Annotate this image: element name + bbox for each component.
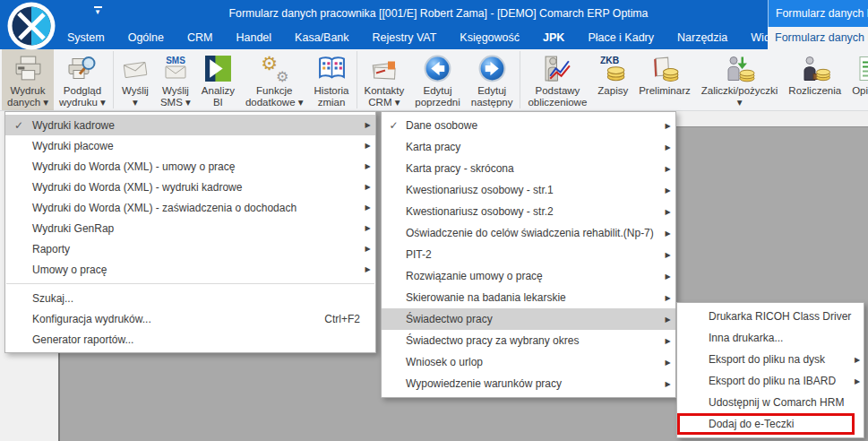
calculation-panel-icon (543, 52, 572, 85)
submenu-arrow-icon (660, 380, 675, 388)
ribbon-tab[interactable]: Księgowość (448, 27, 531, 49)
ribbon-tab[interactable]: System (56, 27, 116, 49)
submenu-arrow-icon (360, 245, 375, 253)
arrow-right-circle-icon (477, 52, 507, 85)
ribbon-tab[interactable]: Ogólne (116, 27, 176, 49)
toolbar-button-analizy-bi[interactable]: AnalizyBI (196, 49, 240, 110)
menu-item[interactable]: Dodaj do e-Teczki (677, 413, 855, 435)
svg-text:SMS: SMS (166, 56, 185, 65)
toolbar-button-edytuj-nastepny[interactable]: Edytujnastępny (466, 49, 519, 110)
menu-item[interactable]: Wydruki do Worda (XML) - zaświadczenia o… (5, 197, 375, 218)
ribbon-tab[interactable]: JPK (531, 27, 576, 49)
menu-item[interactable]: Eksport do pliku na IBARD (677, 370, 864, 392)
ribbon-tab[interactable]: Kasa/Bank (283, 27, 360, 49)
submenu-arrow-icon (660, 251, 675, 259)
ribbon-tab[interactable]: Płace i Kadry (576, 27, 666, 49)
menu-item[interactable]: Szukaj... (5, 288, 375, 308)
menu-item[interactable]: Eksport do pliku na dysk (677, 349, 864, 370)
ribbon-tab[interactable]: Narzędzia (666, 27, 739, 49)
menu-item[interactable]: Skierowanie na badania lekarskie (382, 287, 675, 308)
checkmark-icon (5, 119, 32, 132)
submenu-arrow-icon (660, 229, 675, 238)
submenu-arrow-icon (660, 122, 675, 130)
submenu-arrow-icon (660, 316, 675, 324)
menu-item[interactable]: Inna drukarka... (677, 327, 864, 349)
menu-item[interactable]: Udostępnij w Comarch HRM (677, 392, 864, 413)
window-title: Formularz danych pracownika [[001/E] Rob… (112, 0, 765, 27)
ribbon-tab[interactable]: Handel (224, 27, 283, 49)
submenu-arrow-icon (360, 162, 375, 170)
menu-item[interactable]: PIT-2 (382, 244, 675, 265)
submenu-arrow-icon (360, 224, 375, 232)
menu-item[interactable]: Rozwiązanie umowy o pracę (382, 265, 675, 287)
menu-item[interactable]: Oświadczenie do celów świadczenia rehabi… (382, 222, 675, 244)
menu-item[interactable]: Konfiguracja wydruków... Ctrl+F2 (5, 308, 375, 329)
ribbon-tab[interactable]: CRM (176, 27, 224, 49)
ribbon-tab-row: System Ogólne CRM Handel Kasa/Bank Rejes… (0, 27, 868, 49)
menu-item[interactable]: Karta pracy (382, 136, 675, 158)
toolbar-separator (113, 51, 114, 108)
menu-item[interactable]: Kwestionariusz osobowy - str.2 (382, 201, 675, 222)
toolbar-button-zapisy[interactable]: ZKB Zapisy (592, 49, 633, 110)
menu-item[interactable]: Wniosek o urlop (382, 351, 675, 373)
menu-item[interactable]: Wydruki do Worda (XML) - wydruki kadrowe (5, 177, 375, 197)
menu-item[interactable]: Świadectwo pracy za wybrany okres (382, 330, 675, 351)
menu-item[interactable]: Kwestionariusz osobowy - str.1 (382, 179, 675, 201)
toolbar-button-preliminarz[interactable]: Preliminarz (633, 49, 696, 110)
menu-item[interactable]: Umowy o pracę (5, 259, 375, 280)
menu-item[interactable]: Generator raportów... (5, 329, 375, 350)
title-bar: Formularz danych pracownika [[001/E] Rob… (0, 0, 868, 27)
toolbar-button-kontakty-crm[interactable]: KontaktyCRM ▾ (359, 49, 410, 110)
toolbar-button-opis-analityczny[interactable]: Opis an (847, 49, 868, 110)
menu-item[interactable]: Karta pracy - skrócona (382, 158, 675, 179)
submenu-arrow-icon (660, 186, 675, 195)
application-window: Formularz danych pracownika [[001/E] Rob… (0, 0, 868, 441)
submenu-arrow-icon (660, 359, 675, 367)
form-top-strip (676, 111, 868, 127)
toolbar-button-wyslij[interactable]: Wyślij▾ (116, 49, 155, 110)
menu-shortcut: Ctrl+F2 (324, 313, 360, 325)
toolbar-button-wydruk-danych[interactable]: Wydrukdanych ▾ (2, 49, 54, 110)
quick-access-toolbar-arrow-icon[interactable] (90, 6, 105, 14)
toolbar-separator (357, 51, 357, 108)
ribbon-toolbar: Wydrukdanych ▾ Podglądwydruku ▾ (0, 49, 868, 111)
kadrowe-submenu: Dane osobowe Karta pracy Karta pracy - s… (381, 111, 676, 398)
person-loan-icon (725, 52, 755, 85)
printer-icon (13, 52, 43, 85)
menu-item[interactable]: Wydruki GenRap (5, 218, 375, 238)
submenu-arrow-icon (851, 377, 864, 385)
gears-icon (259, 52, 289, 85)
menu-item[interactable]: Drukarka RICOH Class Driver (677, 306, 864, 327)
menu-item[interactable]: Świadectwo pracy (382, 308, 675, 330)
toolbar-button-historia-zmian[interactable]: Historiazmian (309, 49, 355, 110)
swiadectwo-submenu: Drukarka RICOH Class Driver Inna drukark… (676, 302, 864, 438)
crm-contacts-icon (369, 52, 400, 85)
toolbar-button-edytuj-poprzedni[interactable]: Edytujpoprzedni (409, 49, 466, 110)
arrow-left-circle-icon (423, 52, 452, 85)
comarch-logo-icon (7, 2, 56, 50)
sms-envelope-icon: SMS (160, 52, 191, 85)
ledger-coins-icon (649, 52, 679, 85)
menu-item[interactable]: Raporty (5, 238, 375, 259)
toolbar-button-funkcje-dodatkowe[interactable]: Funkcjedodatkowe ▾ (240, 49, 309, 110)
menu-item[interactable]: Wydruki do Worda (XML) - umowy o pracę (5, 156, 375, 177)
submenu-arrow-icon (660, 165, 675, 173)
ribbon-tab-formularz-active[interactable]: Formularz danych kad (768, 27, 868, 49)
submenu-arrow-icon (360, 203, 375, 212)
menu-item[interactable]: Wydruki kadrowe (5, 115, 375, 135)
toolbar-button-rozliczenia[interactable]: Rozliczenia (783, 49, 847, 110)
toolbar-button-podglad-wydruku[interactable]: Podglądwydruku ▾ (54, 49, 111, 110)
history-book-icon (317, 52, 347, 85)
person-settlement-icon (800, 52, 830, 85)
toolbar-button-zaliczki-pozyczki[interactable]: Zaliczki/pożyczki▾ (696, 49, 784, 110)
checkmark-icon (382, 119, 406, 132)
menu-item[interactable]: Dane osobowe (382, 115, 675, 136)
toolbar-button-wyslij-sms[interactable]: SMS WyślijSMS ▾ (155, 49, 196, 110)
submenu-arrow-icon (660, 337, 675, 345)
toolbar-separator (520, 51, 520, 108)
menu-item[interactable]: Wydruki płacowe (5, 135, 375, 156)
svg-text:ZKB: ZKB (600, 56, 619, 65)
toolbar-button-podstawy-obliczeniowe[interactable]: Podstawyobliczeniowe (522, 49, 592, 110)
menu-item[interactable]: Wypowiedzenie warunków pracy (382, 373, 675, 394)
ribbon-tab[interactable]: Rejestry VAT (361, 27, 449, 49)
